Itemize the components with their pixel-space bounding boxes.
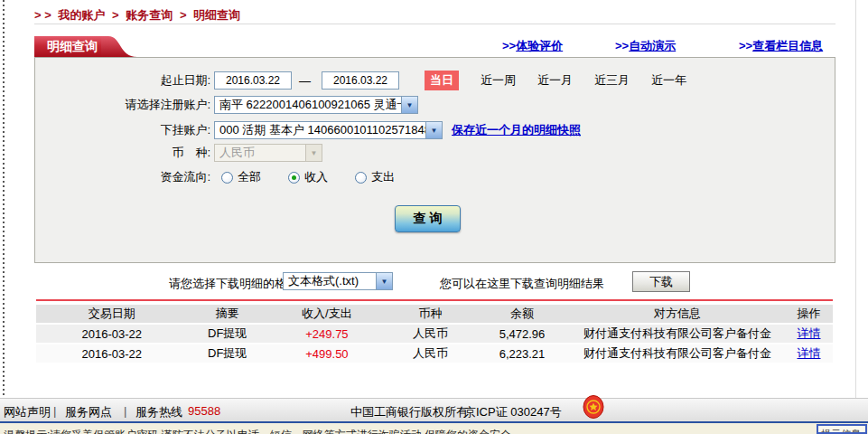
date-to-input[interactable] [322, 71, 399, 90]
col-date: 交易日期 [36, 305, 188, 323]
flow-option-expense[interactable]: 支出 [355, 169, 395, 185]
detail-link[interactable]: 详情 [798, 346, 821, 360]
cell-summary: DF提现 [188, 325, 267, 343]
cell-action: 详情 [785, 325, 833, 343]
sub-account-select[interactable]: 000 活期 基本户 1406600101102571848 ▼ [214, 121, 443, 139]
right-edge-line [855, 0, 856, 398]
breadcrumb: > > 我的账户 > 账务查询 > 明细查询 [34, 7, 244, 24]
left-torn-edge [3, 0, 5, 396]
register-account-value: 南平 6222001406100921065 灵通卡 [215, 97, 401, 113]
query-button[interactable]: 查 询 [395, 205, 461, 232]
cell-summary: DF提现 [188, 344, 267, 363]
radio-unchecked-icon[interactable] [221, 172, 233, 184]
currency-value: 人民币 [215, 145, 305, 161]
cell-date: 2016-03-22 [36, 325, 188, 343]
icp-seal-icon [583, 395, 604, 420]
col-balance: 余额 [474, 305, 570, 323]
link-experience-rating[interactable]: >>体验评价 [502, 38, 563, 54]
cell-counterparty: 财付通支付科技有限公司客户备付金 [570, 325, 785, 343]
cell-balance: 5,472.96 [474, 325, 570, 343]
breadcrumb-item-account-query[interactable]: 账务查询 [126, 8, 173, 22]
download-format-value: 文本格式(.txt) [284, 273, 376, 289]
save-snapshot-link[interactable]: 保存近一个月的明细快照 [452, 122, 581, 138]
quick-range-quarter[interactable]: 近三月 [594, 72, 630, 89]
link-prefix: >> [615, 39, 629, 52]
table-header-row: 交易日期 摘要 收入/支出 币种 余额 对方信息 操作 [36, 305, 833, 323]
currency-row: 币 种: 人民币 ▼ [35, 144, 835, 162]
tab-detail-query[interactable]: 明细查询 [34, 36, 137, 57]
clipped-box-text: 提示信息 [821, 429, 861, 434]
col-summary: 摘要 [188, 305, 267, 323]
download-format-label: 请您选择下载明细的格式 [169, 276, 298, 292]
page: > > 我的账户 > 账务查询 > 明细查询 明细查询 >>体验评价 >>自动演… [0, 0, 868, 434]
register-account-label: 请选择注册账户: [35, 97, 210, 113]
clipped-notice-text: 温馨提示:请您妥善保管账户密码,谨防不法分子以电话、短信、网络等方式进行诈骗活动… [4, 428, 868, 434]
cell-amount: +499.50 [267, 344, 387, 363]
chevron-down-icon: ▼ [305, 145, 322, 161]
radio-checked-icon[interactable] [288, 172, 300, 184]
bottom-notice-strip: 温馨提示:请您妥善保管账户密码,谨防不法分子以电话、短信、网络等方式进行诈骗活动… [0, 421, 868, 434]
sub-account-row: 下挂账户: 000 活期 基本户 1406600101102571848 ▼ 保… [35, 121, 835, 139]
sub-account-value: 000 活期 基本户 1406600101102571848 [215, 122, 425, 138]
table-row: 2016-03-22 DF提现 +499.50 人民币 6,223.21 财付通… [36, 344, 833, 363]
cell-currency: 人民币 [387, 325, 474, 343]
footer-link-outlets[interactable]: 服务网点 [65, 404, 112, 420]
date-from-input[interactable] [214, 71, 292, 90]
date-range-label: 起止日期: [35, 72, 210, 89]
fund-flow-options: 全部 收入 支出 [221, 169, 422, 185]
table-top-divider [36, 299, 833, 301]
link-view-column-info[interactable]: >>查看栏目信息 [739, 38, 823, 54]
flow-option-expense-label: 支出 [371, 169, 395, 185]
col-currency: 币种 [387, 305, 474, 323]
clipped-bottom-right-box: 提示信息 [817, 424, 867, 434]
footer-divider: | [53, 404, 56, 418]
link-prefix: >> [502, 39, 516, 52]
chevron-down-icon: ▼ [425, 122, 442, 138]
cell-counterparty: 财付通支付科技有限公司客户备付金 [570, 344, 785, 363]
breadcrumb-separator: > [112, 8, 119, 22]
detail-link[interactable]: 详情 [798, 326, 821, 340]
col-counterparty: 对方信息 [570, 305, 785, 323]
flow-option-income[interactable]: 收入 [288, 169, 328, 185]
tab-swoosh-shape [101, 36, 137, 57]
currency-select-disabled: 人民币 ▼ [214, 144, 322, 162]
quick-range-month[interactable]: 近一月 [537, 72, 573, 89]
footer-hotline-number: 95588 [188, 404, 220, 418]
footer-bar: 网站声明 | 服务网点 | 服务热线 95588 中国工商银行版权所有 京ICP… [0, 398, 868, 422]
col-action: 操作 [785, 305, 833, 323]
chevron-down-icon: ▼ [401, 97, 417, 113]
footer-link-statement[interactable]: 网站声明 [4, 404, 51, 420]
footer-divider: | [124, 404, 126, 418]
download-format-select[interactable]: 文本格式(.txt) ▼ [283, 272, 393, 290]
download-hint: 您可以在这里下载查询明细结果 [440, 276, 604, 292]
breadcrumb-prefix: > > [34, 8, 51, 22]
chevron-down-icon: ▼ [376, 273, 392, 289]
breadcrumb-separator: > [180, 8, 187, 22]
footer-hotline-label: 服务热线 [135, 404, 182, 420]
cell-amount: +249.75 [267, 325, 387, 343]
radio-unchecked-icon[interactable] [355, 172, 367, 184]
tab-label: 明细查询 [34, 36, 101, 57]
link-label: 体验评价 [516, 39, 563, 52]
fund-flow-label: 资金流向: [35, 169, 210, 185]
flow-option-all[interactable]: 全部 [221, 169, 261, 185]
quick-range-today[interactable]: 当日 [425, 71, 459, 90]
breadcrumb-item-my-account[interactable]: 我的账户 [58, 8, 105, 22]
link-auto-demo[interactable]: >>自动演示 [615, 38, 676, 54]
cell-currency: 人民币 [387, 344, 474, 363]
fund-flow-row: 资金流向: 全部 收入 支出 [35, 169, 835, 185]
register-account-row: 请选择注册账户: 南平 6222001406100921065 灵通卡 ▼ [35, 96, 835, 114]
breadcrumb-item-detail-query[interactable]: 明细查询 [193, 8, 240, 22]
currency-label: 币 种: [35, 145, 210, 161]
footer-icp: 京ICP证 030247号 [464, 404, 562, 420]
col-amount: 收入/支出 [267, 305, 387, 323]
register-account-select[interactable]: 南平 6222001406100921065 灵通卡 ▼ [214, 96, 418, 114]
date-range-row: 起止日期: — 当日 近一周 近一月 近三月 近一年 [35, 71, 835, 90]
cell-balance: 6,223.21 [474, 344, 570, 363]
quick-range-week[interactable]: 近一周 [481, 72, 516, 89]
download-button[interactable]: 下载 [632, 271, 690, 292]
link-label: 自动演示 [629, 39, 676, 52]
quick-range-year[interactable]: 近一年 [651, 72, 686, 89]
breadcrumb-divider [34, 24, 835, 24]
link-label: 查看栏目信息 [752, 39, 823, 52]
